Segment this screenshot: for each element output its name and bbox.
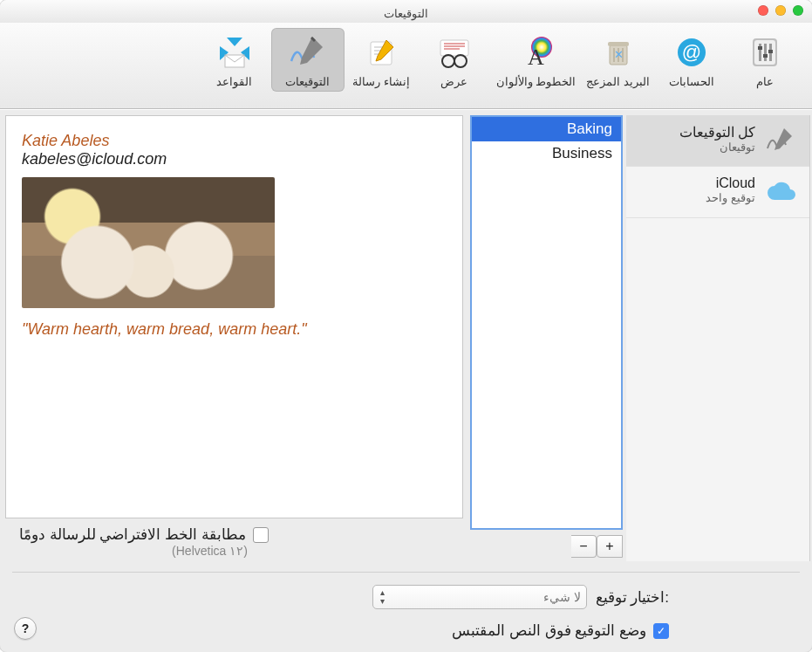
zoom-button[interactable] bbox=[793, 5, 803, 16]
choose-signature-select[interactable]: لا شيء ▴▾ bbox=[372, 585, 587, 609]
add-signature-button[interactable]: + bbox=[597, 535, 623, 558]
bottom-options: اختيار توقيع: لا شيء ▴▾ ✓ وضع التوقيع فو… bbox=[0, 581, 812, 652]
svg-text:@: @ bbox=[682, 41, 701, 63]
tab-accounts[interactable]: @ الحسابات bbox=[655, 28, 728, 92]
choose-signature-value: لا شيء bbox=[543, 590, 581, 604]
choose-signature-label: اختيار توقيع: bbox=[596, 588, 669, 607]
icloud-icon bbox=[764, 175, 797, 209]
signature-list[interactable]: Baking Business bbox=[470, 115, 623, 530]
content-area: كل التوقيعات توقيعان iCloud توقيع واحد bbox=[0, 109, 812, 652]
sidebar-item-name: كل التوقيعات bbox=[679, 124, 755, 141]
signature-preview[interactable]: Katie Abeles kabeles@icloud.com "Warm he… bbox=[5, 115, 463, 518]
chevron-updown-icon: ▴▾ bbox=[380, 588, 385, 606]
svg-marker-36 bbox=[774, 128, 792, 150]
divider bbox=[12, 572, 800, 573]
trash-icon: ✕ bbox=[596, 31, 641, 73]
columns: كل التوقيعات توقيعان iCloud توقيع واحد bbox=[0, 110, 812, 563]
signature-list-column: Baking Business + − bbox=[467, 112, 626, 561]
svg-rect-7 bbox=[768, 50, 773, 53]
window-controls bbox=[758, 5, 803, 16]
sidebar-item-count: توقيع واحد bbox=[706, 191, 755, 204]
place-above-quoted-checkbox[interactable]: ✓ وضع التوقيع فوق النص المقتبس bbox=[452, 621, 669, 640]
place-above-row: ✓ وضع التوقيع فوق النص المقتبس bbox=[452, 621, 669, 640]
signature-icon bbox=[764, 124, 797, 157]
titlebar: التوقيعات bbox=[0, 0, 812, 23]
match-font-note: (Helvetica ١٢) bbox=[172, 544, 248, 558]
preview-image bbox=[22, 177, 275, 308]
sidebar-item-icloud[interactable]: iCloud توقيع واحد bbox=[626, 167, 809, 218]
question-icon: ? bbox=[22, 621, 30, 635]
match-default-font-checkbox[interactable]: مطابقة الخط الافتراضي للرسالة دومًا bbox=[19, 525, 269, 544]
preview-email: kabeles@icloud.com bbox=[22, 150, 447, 168]
preview-name: Katie Abeles bbox=[22, 132, 447, 150]
match-font-area: مطابقة الخط الافتراضي للرسالة دومًا (Hel… bbox=[2, 518, 467, 561]
sidebar-item-count: توقيعان bbox=[720, 141, 755, 154]
svg-rect-5 bbox=[758, 46, 762, 50]
close-button[interactable] bbox=[758, 5, 768, 16]
tab-rules[interactable]: القواعد bbox=[198, 28, 271, 92]
svg-text:A: A bbox=[528, 45, 544, 70]
minimize-button[interactable] bbox=[775, 5, 786, 16]
accounts-sidebar: كل التوقيعات توقيعان iCloud توقيع واحد bbox=[626, 115, 810, 561]
svg-marker-32 bbox=[227, 38, 242, 46]
sidebar-item-all-signatures[interactable]: كل التوقيعات توقيعان bbox=[626, 115, 809, 167]
window-title: التوقيعات bbox=[384, 7, 428, 20]
slider-icon bbox=[742, 31, 788, 73]
svg-point-22 bbox=[442, 55, 454, 67]
svg-rect-18 bbox=[440, 40, 468, 56]
glasses-icon bbox=[432, 31, 477, 73]
tab-signatures[interactable]: التوقيعات bbox=[271, 28, 345, 92]
at-icon: @ bbox=[669, 31, 714, 73]
help-button[interactable]: ? bbox=[14, 617, 37, 640]
svg-rect-3 bbox=[764, 44, 767, 61]
svg-marker-30 bbox=[300, 37, 323, 65]
tab-junk[interactable]: ✕ البريد المزعج bbox=[581, 28, 655, 92]
tab-viewing[interactable]: عرض bbox=[418, 28, 491, 92]
svg-rect-6 bbox=[763, 54, 768, 58]
tab-fonts-colors[interactable]: A الخطوط والألوان bbox=[491, 28, 582, 92]
svg-point-23 bbox=[454, 55, 467, 67]
checkbox-checked-icon: ✓ bbox=[653, 623, 669, 639]
fonts-colors-icon: A bbox=[514, 31, 559, 73]
svg-text:✕: ✕ bbox=[613, 48, 623, 61]
preferences-window: التوقيعات عام @ الحسابات ✕ البريد الم bbox=[0, 0, 812, 652]
tab-compose[interactable]: إنشاء رسالة bbox=[345, 28, 418, 92]
choose-signature-row: اختيار توقيع: لا شيء ▴▾ bbox=[372, 585, 669, 609]
svg-rect-11 bbox=[608, 42, 629, 46]
remove-signature-button[interactable]: − bbox=[571, 535, 597, 558]
checkbox-unchecked-icon bbox=[253, 527, 269, 543]
preview-quote: "Warm hearth, warm bread, warm heart." bbox=[22, 320, 447, 339]
tab-general[interactable]: عام bbox=[728, 28, 802, 92]
toolbar: عام @ الحسابات ✕ البريد المزعج bbox=[0, 23, 812, 109]
signature-row-business[interactable]: Business bbox=[472, 141, 621, 166]
sidebar-item-name: iCloud bbox=[716, 175, 755, 191]
signature-row-baking[interactable]: Baking bbox=[472, 117, 621, 141]
add-remove-controls: + − bbox=[470, 535, 623, 558]
pencil-note-icon bbox=[358, 31, 404, 73]
signature-icon bbox=[285, 31, 331, 73]
rules-icon bbox=[212, 31, 257, 73]
